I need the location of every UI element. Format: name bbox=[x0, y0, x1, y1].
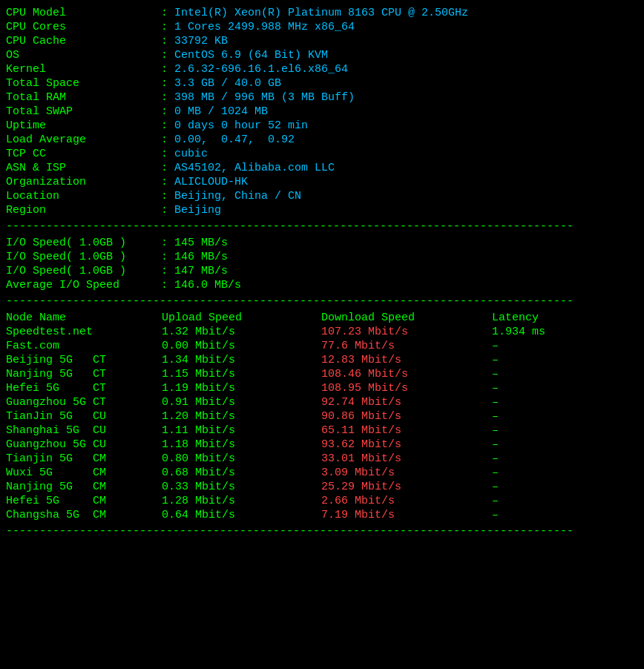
speed-node: Shanghai 5G CU bbox=[6, 424, 162, 438]
total-swap-row: Total SWAP : 0 MB / 1024 MB bbox=[6, 105, 638, 119]
speed-download: 92.74 Mbit/s bbox=[321, 395, 492, 409]
speed-latency: – bbox=[492, 508, 638, 522]
speed-row: Fast.com0.00 Mbit/s77.6 Mbit/s– bbox=[6, 339, 638, 353]
total-ram-label: Total RAM bbox=[6, 90, 154, 105]
io2-row: I/O Speed( 1.0GB ) : 146 MB/s bbox=[6, 250, 638, 264]
speed-row: Hefei 5G CM1.28 Mbit/s2.66 Mbit/s– bbox=[6, 494, 638, 508]
speed-upload: 0.91 Mbit/s bbox=[162, 395, 321, 409]
speed-table-header: Node Name Upload Speed Download Speed La… bbox=[6, 311, 638, 325]
io2-value: 146 MB/s bbox=[174, 250, 638, 264]
speed-upload: 1.34 Mbit/s bbox=[162, 353, 321, 367]
total-ram-row: Total RAM : 398 MB / 996 MB (3 MB Buff) bbox=[6, 90, 638, 105]
speed-latency: – bbox=[492, 494, 638, 508]
speed-download: 65.11 Mbit/s bbox=[321, 424, 492, 438]
load-avg-row: Load Average : 0.00, 0.47, 0.92 bbox=[6, 133, 638, 147]
speed-row: Hefei 5G CT1.19 Mbit/s108.95 Mbit/s– bbox=[6, 381, 638, 395]
tcp-cc-label: TCP CC bbox=[6, 147, 154, 161]
asn-isp-label: ASN & ISP bbox=[6, 161, 154, 175]
speed-upload: 1.19 Mbit/s bbox=[162, 381, 321, 395]
speed-latency: – bbox=[492, 452, 638, 466]
header-upload: Upload Speed bbox=[162, 311, 321, 325]
header-download: Download Speed bbox=[321, 311, 492, 325]
divider-1: ----------------------------------------… bbox=[6, 220, 638, 233]
speed-latency: – bbox=[492, 353, 638, 367]
avg-io-value: 146.0 MB/s bbox=[174, 278, 638, 292]
load-avg-label: Load Average bbox=[6, 133, 154, 147]
speed-upload: 0.80 Mbit/s bbox=[162, 452, 321, 466]
header-node: Node Name bbox=[6, 311, 162, 325]
speed-node: Guangzhou 5G CT bbox=[6, 395, 162, 409]
region-row: Region : Beijing bbox=[6, 203, 638, 217]
speed-upload: 1.32 Mbit/s bbox=[162, 325, 321, 339]
speed-row: Guangzhou 5G CT0.91 Mbit/s92.74 Mbit/s– bbox=[6, 395, 638, 409]
cpu-cores-row: CPU Cores : 1 Cores 2499.988 MHz x86_64 bbox=[6, 20, 638, 34]
cpu-cores-label: CPU Cores bbox=[6, 20, 154, 34]
cpu-model-row: CPU Model : Intel(R) Xeon(R) Platinum 81… bbox=[6, 6, 638, 20]
speed-node: Fast.com bbox=[6, 339, 162, 353]
speed-upload: 1.28 Mbit/s bbox=[162, 494, 321, 508]
speed-download: 3.09 Mbit/s bbox=[321, 466, 492, 480]
avg-io-label: Average I/O Speed bbox=[6, 278, 154, 292]
os-label: OS bbox=[6, 48, 154, 62]
kernel-label: Kernel bbox=[6, 62, 154, 76]
speed-row: Changsha 5G CM0.64 Mbit/s7.19 Mbit/s– bbox=[6, 508, 638, 522]
speed-latency: – bbox=[492, 438, 638, 452]
speed-download: 108.95 Mbit/s bbox=[321, 381, 492, 395]
speed-node: Tianjin 5G CM bbox=[6, 452, 162, 466]
cpu-cache-row: CPU Cache : 33792 KB bbox=[6, 34, 638, 48]
speed-node: Beijing 5G CT bbox=[6, 353, 162, 367]
location-row: Location : Beijing, China / CN bbox=[6, 189, 638, 203]
speed-download: 90.86 Mbit/s bbox=[321, 409, 492, 424]
total-swap-value: 0 MB / 1024 MB bbox=[174, 105, 638, 119]
total-space-row: Total Space : 3.3 GB / 40.0 GB bbox=[6, 76, 638, 90]
speed-download: 108.46 Mbit/s bbox=[321, 367, 492, 381]
speed-row: Speedtest.net1.32 Mbit/s107.23 Mbit/s1.9… bbox=[6, 325, 638, 339]
io1-row: I/O Speed( 1.0GB ) : 145 MB/s bbox=[6, 236, 638, 250]
speed-latency: – bbox=[492, 339, 638, 353]
speed-row: Nanjing 5G CT1.15 Mbit/s108.46 Mbit/s– bbox=[6, 367, 638, 381]
speed-table: Node Name Upload Speed Download Speed La… bbox=[6, 311, 638, 522]
speed-download: 7.19 Mbit/s bbox=[321, 508, 492, 522]
io2-label: I/O Speed( 1.0GB ) bbox=[6, 250, 154, 264]
region-value: Beijing bbox=[174, 203, 638, 217]
speed-latency: – bbox=[492, 367, 638, 381]
speed-node: Hefei 5G CT bbox=[6, 381, 162, 395]
cpu-cores-value: 1 Cores 2499.988 MHz x86_64 bbox=[174, 20, 638, 34]
speed-row: Beijing 5G CT1.34 Mbit/s12.83 Mbit/s– bbox=[6, 353, 638, 367]
uptime-row: Uptime : 0 days 0 hour 52 min bbox=[6, 119, 638, 133]
speed-download: 107.23 Mbit/s bbox=[321, 325, 492, 339]
speed-node: Guangzhou 5G CU bbox=[6, 438, 162, 452]
speed-latency: – bbox=[492, 409, 638, 424]
speed-node: Nanjing 5G CT bbox=[6, 367, 162, 381]
cpu-cache-value: 33792 KB bbox=[174, 34, 638, 48]
load-avg-value: 0.00, 0.47, 0.92 bbox=[174, 133, 638, 147]
total-ram-value: 398 MB / 996 MB (3 MB Buff) bbox=[174, 90, 638, 105]
speed-node: TianJin 5G CU bbox=[6, 409, 162, 424]
speed-latency: – bbox=[492, 395, 638, 409]
speed-upload: 0.33 Mbit/s bbox=[162, 480, 321, 494]
io3-row: I/O Speed( 1.0GB ) : 147 MB/s bbox=[6, 264, 638, 278]
header-latency: Latency bbox=[492, 311, 638, 325]
tcp-cc-value: cubic bbox=[174, 147, 638, 161]
speed-download: 93.62 Mbit/s bbox=[321, 438, 492, 452]
speed-download: 25.29 Mbit/s bbox=[321, 480, 492, 494]
speed-download: 2.66 Mbit/s bbox=[321, 494, 492, 508]
speed-node: Nanjing 5G CM bbox=[6, 480, 162, 494]
speed-upload: 1.20 Mbit/s bbox=[162, 409, 321, 424]
org-label: Organization bbox=[6, 175, 154, 189]
avg-io-row: Average I/O Speed : 146.0 MB/s bbox=[6, 278, 638, 292]
divider-2: ----------------------------------------… bbox=[6, 295, 638, 308]
divider-3: ----------------------------------------… bbox=[6, 525, 638, 538]
speed-latency: 1.934 ms bbox=[492, 325, 638, 339]
speed-upload: 0.64 Mbit/s bbox=[162, 508, 321, 522]
cpu-model-label: CPU Model bbox=[6, 6, 154, 20]
total-space-label: Total Space bbox=[6, 76, 154, 90]
asn-isp-row: ASN & ISP : AS45102, Alibaba.com LLC bbox=[6, 161, 638, 175]
os-value: CentOS 6.9 (64 Bit) KVM bbox=[174, 48, 638, 62]
speed-download: 77.6 Mbit/s bbox=[321, 339, 492, 353]
location-value: Beijing, China / CN bbox=[174, 189, 638, 203]
location-label: Location bbox=[6, 189, 154, 203]
speed-latency: – bbox=[492, 466, 638, 480]
org-row: Organization : ALICLOUD-HK bbox=[6, 175, 638, 189]
kernel-row: Kernel : 2.6.32-696.16.1.el6.x86_64 bbox=[6, 62, 638, 76]
